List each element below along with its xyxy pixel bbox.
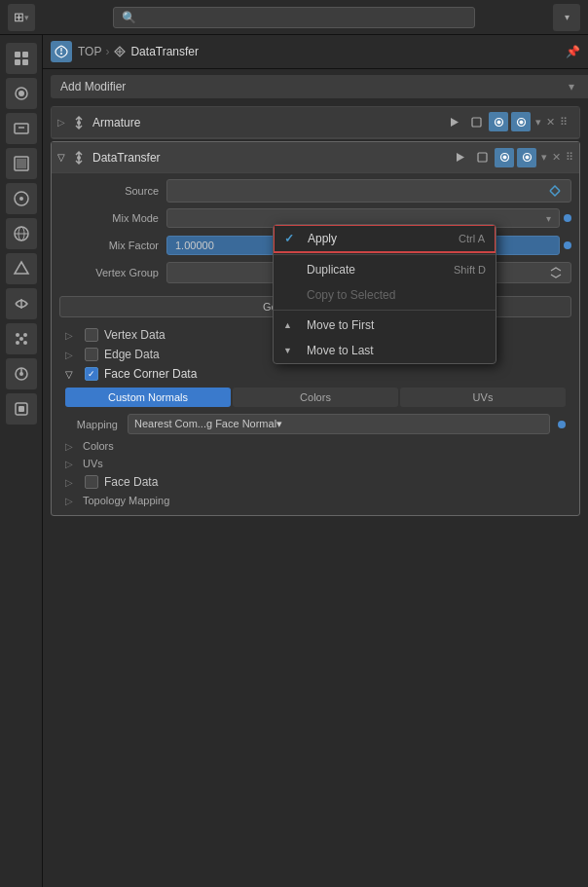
svg-point-27	[60, 53, 62, 55]
armature-mod-icons: ▾ ✕ ⠿	[438, 107, 573, 138]
face-corner-tabs: Custom Normals Colors UVs	[65, 388, 566, 407]
colors-row[interactable]: ▷ Colors	[59, 437, 571, 455]
datatransfer-render-icon[interactable]	[517, 148, 536, 167]
datatransfer-editmode-icon[interactable]	[472, 148, 492, 167]
source-value	[175, 185, 178, 197]
add-modifier-button[interactable]: Add Modifier	[51, 75, 588, 98]
armature-viewport-icon[interactable]	[489, 112, 508, 131]
svg-point-34	[496, 120, 500, 124]
datatransfer-mod-icons: ▾ ✕ ⠿	[450, 148, 573, 167]
sidebar-item-world[interactable]	[6, 218, 37, 249]
armature-render-icon[interactable]	[511, 112, 531, 131]
sidebar-item-output[interactable]	[6, 113, 37, 144]
context-menu-apply[interactable]: ✓ Apply Ctrl A	[273, 224, 496, 253]
tab-colors[interactable]: Colors	[233, 388, 398, 407]
search-bar[interactable]	[113, 7, 475, 28]
vertex-group-value	[175, 267, 178, 278]
source-control	[166, 179, 571, 203]
sidebar-item-object[interactable]	[6, 253, 37, 284]
sidebar-item-tools[interactable]	[6, 43, 37, 74]
face-data-row[interactable]: ▷ Face Data	[59, 472, 571, 492]
svg-point-11	[19, 197, 23, 201]
properties-icon	[51, 41, 72, 62]
face-corner-checkbox[interactable]	[85, 367, 98, 381]
datatransfer-breadcrumb-icon	[113, 45, 127, 58]
armature-dropdown-icon[interactable]: ▾	[535, 116, 541, 129]
armature-close-icon[interactable]: ✕	[546, 116, 555, 129]
sidebar-item-physics[interactable]	[6, 358, 37, 389]
svg-point-20	[19, 337, 23, 341]
apply-label: Apply	[308, 232, 337, 245]
edge-data-checkbox[interactable]	[85, 348, 98, 361]
svg-point-41	[502, 156, 506, 160]
add-modifier-row: Add Modifier ▾	[43, 69, 588, 104]
svg-point-23	[19, 372, 23, 376]
svg-marker-14	[15, 262, 28, 274]
svg-rect-6	[15, 124, 28, 133]
svg-rect-3	[22, 59, 28, 65]
svg-point-16	[16, 333, 19, 337]
face-data-checkbox[interactable]	[85, 475, 98, 489]
editor-type-icon[interactable]: ⊞ ▾	[8, 4, 35, 31]
context-menu-move-to-last[interactable]: ▼ Move to Last	[274, 338, 496, 363]
context-menu-move-to-first[interactable]: ▲ Move to First	[274, 313, 496, 338]
copy-to-selected-label: Copy to Selected	[307, 288, 395, 302]
datatransfer-close-icon[interactable]: ✕	[552, 151, 561, 164]
sidebar-item-particles[interactable]	[6, 323, 37, 354]
mix-mode-label: Mix Mode	[59, 212, 166, 224]
edge-data-expand-icon: ▷	[65, 350, 79, 360]
face-corner-data-row[interactable]: ▽ Face Corner Data	[59, 364, 571, 384]
source-field[interactable]	[166, 179, 571, 203]
svg-point-18	[16, 341, 19, 345]
topology-expand-icon: ▷	[65, 496, 79, 506]
uvs-label: UVs	[83, 458, 103, 469]
sidebar-item-render[interactable]	[6, 78, 37, 109]
move-to-last-label: Move to Last	[307, 344, 374, 357]
svg-point-36	[519, 120, 523, 124]
vertex-data-label: Vertex Data	[104, 328, 165, 342]
colors-label: Colors	[83, 440, 114, 452]
svg-rect-1	[22, 52, 28, 57]
search-input[interactable]	[113, 7, 475, 28]
datatransfer-expand-arrow[interactable]: ▽	[57, 152, 65, 163]
context-menu: ✓ Apply Ctrl A Duplicate Shift D Copy to…	[273, 224, 496, 364]
vertex-group-label: Vertex Group	[59, 267, 166, 278]
apply-shortcut: Ctrl A	[459, 233, 485, 244]
datatransfer-dropdown-icon[interactable]: ▾	[541, 151, 547, 164]
duplicate-label: Duplicate	[307, 263, 355, 277]
svg-point-43	[525, 156, 529, 160]
armature-editmode-icon[interactable]	[466, 112, 486, 131]
context-menu-duplicate[interactable]: Duplicate Shift D	[274, 257, 496, 282]
sidebar-item-constraints[interactable]	[6, 393, 37, 425]
tab-custom-normals[interactable]: Custom Normals	[65, 388, 231, 407]
armature-modifier-name: Armature	[92, 116, 432, 129]
armature-expand-arrow[interactable]: ▷	[57, 117, 65, 128]
mapping-select[interactable]: Nearest Com...g Face Normal▾	[128, 414, 550, 434]
tab-uvs[interactable]: UVs	[400, 388, 566, 407]
datatransfer-realtime-icon[interactable]	[450, 148, 469, 167]
datatransfer-grip-icon[interactable]: ⠿	[566, 151, 573, 164]
mix-factor-dot	[564, 241, 571, 249]
uvs-row[interactable]: ▷ UVs	[59, 455, 571, 472]
vertex-data-checkbox[interactable]	[85, 328, 98, 342]
pin-icon[interactable]: 📌	[566, 45, 580, 58]
breadcrumb-object: DataTransfer	[130, 45, 199, 58]
main-content: TOP › DataTransfer 📌 Add Modifier ▾ ▷ Ar…	[43, 35, 588, 887]
move-to-first-label: Move to First	[307, 318, 374, 332]
menu-divider-2	[274, 310, 496, 311]
datatransfer-modifier-header: ▽ DataTransfer ▾ ✕ ⠿	[52, 142, 579, 173]
sidebar-item-scene[interactable]	[6, 183, 37, 214]
svg-rect-9	[17, 159, 26, 168]
svg-rect-2	[15, 59, 20, 65]
mix-mode-dropdown-arrow: ▾	[546, 213, 551, 224]
sidebar-item-modifiers[interactable]	[6, 288, 37, 319]
armature-grip-icon[interactable]: ⠿	[560, 116, 568, 129]
datatransfer-viewport-icon[interactable]	[495, 148, 514, 167]
topology-row[interactable]: ▷ Topology Mapping	[59, 492, 571, 509]
view-options-button[interactable]: ▾	[553, 4, 580, 31]
mapping-value: Nearest Com...g Face Normal▾	[134, 418, 282, 430]
sidebar-item-view[interactable]	[6, 148, 37, 179]
vertex-group-swap-icon	[549, 266, 563, 279]
armature-render-realtime-icon[interactable]	[444, 112, 463, 131]
datatransfer-modifier-name: DataTransfer	[92, 151, 444, 165]
